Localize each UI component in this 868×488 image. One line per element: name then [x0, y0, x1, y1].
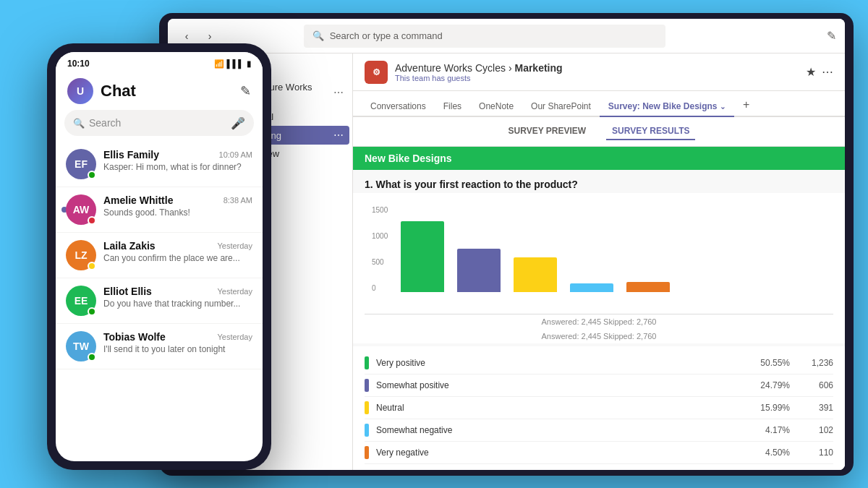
channel-more-btn[interactable]: ⋯ [333, 129, 344, 141]
result-row: Somewhat positive 24.79% 606 [365, 374, 833, 397]
chart-stats-2: Answered: 2,445 Skipped: 2,760 [365, 329, 833, 343]
survey-preview-tab[interactable]: SURVEY PREVIEW [503, 123, 592, 140]
chat-time: 8:38 AM [224, 196, 252, 205]
result-row: Very negative 4.50% 110 [365, 442, 833, 464]
tab-conversations[interactable]: Conversations [362, 97, 435, 117]
chat-preview: Kasper: Hi mom, what is for dinner? [103, 162, 252, 172]
team-more-btn[interactable]: ⋯ [333, 87, 344, 98]
result-pct: 4.17% [746, 425, 790, 435]
y-label-0: 0 [372, 284, 388, 292]
result-color-indicator [365, 379, 369, 392]
chat-info: Elliot Ellis Yesterday Do you have that … [103, 286, 252, 309]
chart-stats-1: Answered: 2,445 Skipped: 2,760 [365, 314, 833, 329]
chat-time: Yesterday [217, 287, 252, 296]
chat-time: Yesterday [217, 333, 252, 341]
phone: 10:10 📶 ▌▌▌ ▮ U Chat ✎ 🔍 Search 🎤 EF [47, 43, 271, 470]
result-pct: 50.55% [746, 358, 790, 368]
avatar-status-online [88, 353, 96, 361]
star-icon[interactable]: ★ [806, 65, 816, 79]
phone-status-bar: 10:10 📶 ▌▌▌ ▮ [56, 52, 263, 75]
y-label-1500: 1500 [372, 206, 388, 214]
result-row: Neutral 15.99% 391 [365, 397, 833, 419]
chat-avatar: TW [66, 331, 96, 361]
chat-name: Amelie Whittle [103, 194, 173, 206]
tab-files[interactable]: Files [435, 97, 470, 117]
survey-results-tab[interactable]: SURVEY RESULTS [606, 123, 695, 140]
results-table: Very positive 50.55% 1,236 Somewhat posi… [353, 346, 845, 470]
avatar-status-busy [88, 216, 96, 225]
survey-title: New Bike Designs [365, 153, 452, 164]
channel-subtitle: This team has guests [395, 74, 563, 82]
search-bar[interactable]: 🔍 Search or type a command [304, 25, 665, 48]
result-count: 110 [797, 448, 833, 458]
survey-question: 1. What is your first reaction to the pr… [353, 170, 845, 193]
chat-item[interactable]: TW Tobias Wolfe Yesterday I'll send it t… [56, 324, 263, 369]
result-pct: 4.50% [746, 448, 790, 458]
chat-info: Tobias Wolfe Yesterday I'll send it to y… [103, 331, 252, 354]
wifi-icon: 📶 [214, 59, 224, 69]
chat-item[interactable]: EE Elliot Ellis Yesterday Do you have th… [56, 278, 263, 324]
chat-name-row: Amelie Whittle 8:38 AM [103, 194, 252, 206]
avatar-status-online [88, 307, 96, 316]
phone-user-avatar: U [67, 78, 93, 104]
chat-avatar: EF [66, 149, 96, 179]
chat-item[interactable]: EF Ellis Family 10:09 AM Kasper: Hi mom,… [56, 142, 263, 187]
status-icons: 📶 ▌▌▌ ▮ [214, 59, 251, 69]
tab-onenote[interactable]: OneNote [470, 97, 522, 117]
channel-title-group: Adventure Works Cycles › Marketing This … [395, 62, 563, 82]
chat-name: Laila Zakis [103, 240, 156, 252]
chat-name-row: Tobias Wolfe Yesterday [103, 331, 252, 343]
chat-name-row: Laila Zakis Yesterday [103, 240, 252, 252]
result-label: Very negative [376, 448, 739, 458]
tab-add[interactable]: + [734, 94, 758, 117]
channel-header: ⚙ Adventure Works Cycles › Marketing Thi… [353, 53, 845, 91]
result-row: Very positive 50.55% 1,236 [365, 352, 833, 374]
compose-icon[interactable]: ✎ [827, 29, 836, 43]
chat-preview: Sounds good. Thanks! [103, 207, 252, 218]
chat-name: Elliot Ellis [103, 286, 152, 297]
chat-list: EF Ellis Family 10:09 AM Kasper: Hi mom,… [56, 142, 263, 461]
result-color-indicator [365, 446, 369, 459]
result-count: 1,236 [797, 358, 833, 368]
mic-icon[interactable]: 🎤 [231, 116, 245, 130]
chat-item[interactable]: AW Amelie Whittle 8:38 AM Sounds good. T… [56, 187, 263, 233]
channel-title: Adventure Works Cycles › Marketing [395, 62, 563, 74]
chart-container: 1500 1000 500 0 Answered: 2,445 Skipped:… [353, 193, 845, 343]
chat-info: Laila Zakis Yesterday Can you confirm th… [103, 240, 252, 263]
chart-bar-very-negative [626, 282, 670, 292]
battery-icon: ▮ [247, 59, 251, 69]
chart-bar-somewhat-negative [570, 283, 613, 292]
chat-avatar: AW [66, 194, 96, 225]
chart-bar-very-positive [401, 221, 444, 292]
chat-name-row: Ellis Family 10:09 AM [103, 149, 252, 160]
y-label-1000: 1000 [372, 232, 388, 240]
result-label: Somewhat negative [376, 425, 739, 435]
phone-chat-header: U Chat ✎ [56, 75, 263, 110]
result-color-indicator [365, 401, 369, 414]
result-count: 606 [797, 380, 833, 390]
tab-survey-label: Survey: New Bike Designs [608, 101, 718, 111]
avatar-status-online [88, 171, 96, 179]
channel-logo: ⚙ [365, 61, 388, 84]
tab-survey[interactable]: Survey: New Bike Designs ⌄ [600, 97, 734, 117]
chat-preview: I'll send it to you later on tonight [103, 344, 252, 354]
survey-tabs-row: SURVEY PREVIEW SURVEY RESULTS [353, 117, 845, 147]
result-row: Somewhat negative 4.17% 102 [365, 419, 833, 442]
result-count: 102 [797, 425, 833, 435]
y-label-500: 500 [372, 258, 388, 266]
tab-sharepoint[interactable]: Our SharePoint [522, 97, 600, 117]
survey-header-bar: New Bike Designs [353, 147, 845, 170]
result-pct: 15.99% [746, 403, 790, 413]
chart-bar-somewhat-positive [457, 249, 501, 292]
y-axis: 1500 1000 500 0 [372, 206, 388, 292]
phone-edit-icon[interactable]: ✎ [240, 83, 251, 99]
more-icon[interactable]: ⋯ [822, 65, 833, 79]
chat-info: Amelie Whittle 8:38 AM Sounds good. Than… [103, 194, 252, 218]
chat-info: Ellis Family 10:09 AM Kasper: Hi mom, wh… [103, 149, 252, 172]
main-content: ⚙ Adventure Works Cycles › Marketing Thi… [353, 53, 845, 470]
survey-area: SURVEY PREVIEW SURVEY RESULTS New Bike D… [353, 117, 845, 470]
teams-topbar: ‹ › 🔍 Search or type a command ✎ [168, 19, 845, 53]
result-label: Neutral [376, 403, 739, 413]
phone-search-bar[interactable]: 🔍 Search 🎤 [64, 110, 254, 136]
chat-item[interactable]: LZ Laila Zakis Yesterday Can you confirm… [56, 233, 263, 278]
